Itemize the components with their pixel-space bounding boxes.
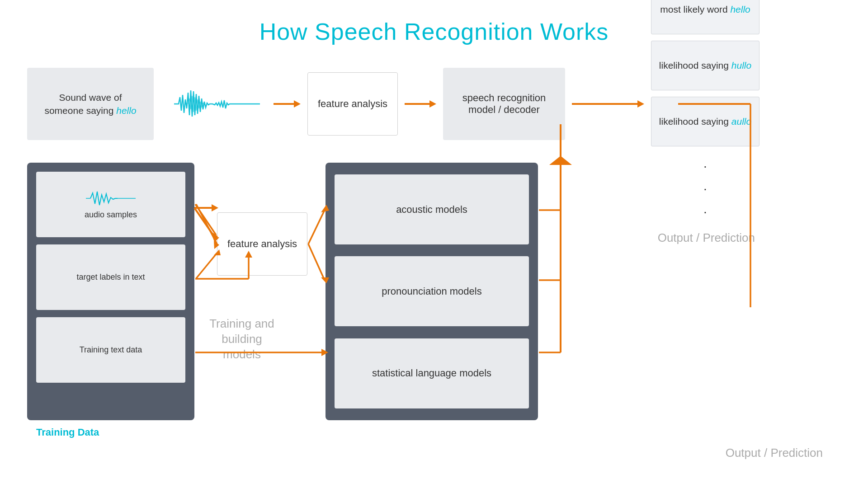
svg-marker-5 (637, 100, 644, 108)
sound-wave-box: Sound wave of someone saying hello (27, 68, 154, 140)
svg-marker-38 (549, 156, 572, 165)
diagram-container: Sound wave of someone saying hello featu… (27, 59, 841, 461)
svg-marker-11 (212, 204, 218, 211)
target-labels-box: target labels in text (36, 244, 185, 310)
feature-analysis-top-box: feature analysis (307, 72, 398, 136)
svg-line-13 (195, 199, 216, 230)
svg-marker-1 (294, 100, 301, 108)
sound-wave-label: Sound wave of someone saying hello (44, 91, 136, 117)
svg-line-17 (196, 204, 217, 244)
arrow-to-output (572, 97, 644, 111)
pronunciation-models-box: pronounciation models (335, 256, 529, 326)
arrow-to-feature (274, 97, 301, 111)
training-text-box: Training text data (36, 317, 185, 383)
svg-line-16 (196, 201, 215, 235)
training-section: audio samples target labels in text Trai… (27, 163, 194, 420)
output-label: Output / Prediction (658, 230, 755, 246)
svg-line-14 (196, 208, 217, 230)
svg-line-8 (194, 208, 215, 237)
acoustic-models-box: acoustic models (335, 174, 529, 244)
svg-line-12 (195, 210, 216, 230)
waveform-svg (172, 86, 262, 122)
audio-samples-box: audio samples (36, 172, 185, 237)
output-most-likely-box: most likely word hello (651, 0, 760, 34)
feature-analysis-bottom-container: feature analysis (217, 212, 307, 276)
svg-marker-3 (429, 100, 436, 108)
output-dots: ··· (651, 155, 760, 223)
arrow-to-speech-model (405, 97, 436, 111)
svg-line-30 (308, 244, 325, 280)
mini-waveform (84, 189, 138, 207)
svg-line-19 (196, 253, 217, 278)
training-build-label: Training and building models (201, 316, 283, 362)
output-prediction-label: Output / Prediction (726, 445, 823, 461)
statistical-models-box: statistical language models (335, 338, 529, 408)
svg-line-21 (195, 204, 216, 235)
speech-model-box: speech recognition model / decoder (443, 68, 565, 140)
feature-analysis-bottom-box: feature analysis (217, 212, 307, 276)
svg-line-28 (308, 210, 325, 244)
output-likelihood2-box: likelihood saying aullo (651, 97, 760, 146)
training-data-label: Training Data (36, 427, 99, 438)
svg-line-15 (196, 204, 217, 239)
models-section: acoustic models pronounciation models st… (326, 163, 538, 420)
output-likelihood1-box: likelihood saying hullo (651, 41, 760, 90)
